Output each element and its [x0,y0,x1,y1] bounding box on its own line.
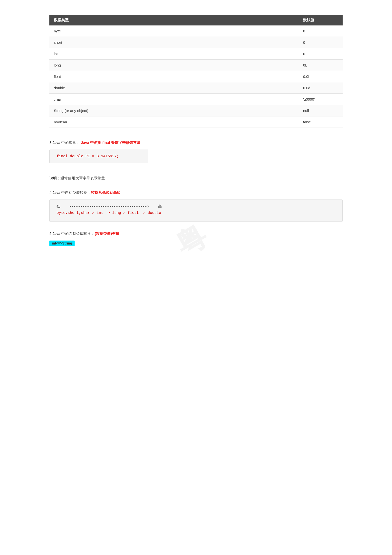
section-3-highlight: Java 中使用 [80,140,102,145]
section-3-note: 说明：通常使用大写字母表示常量 [49,176,343,181]
table-cell-type: float [49,71,299,82]
table-cell-type: boolean [49,116,299,128]
table-row: long0L [49,60,343,71]
table-cell-default: false [299,116,343,128]
table-row: String (or any object)null [49,105,343,116]
table-row: float0.0f [49,71,343,82]
section-3-title: 3.Java 中的常量： Java 中使用 final 关键字来修饰常量 [49,140,343,146]
section-3-keyword: final [102,140,110,145]
table-cell-type: char [49,94,299,105]
note-content: 通常使用大写字母表示常量 [61,176,105,180]
table-row: short0 [49,37,343,48]
table-cell-default: 0L [299,60,343,71]
table-cell-type: double [49,82,299,94]
section-3: 3.Java 中的常量： Java 中使用 final 关键字来修饰常量 fin… [49,140,343,167]
table-cell-default: 'u0000' [299,94,343,105]
table-row: double0.0d [49,82,343,94]
table-row: char'u0000' [49,94,343,105]
section-5: 5.Java 中的强制类型转换：(数据类型)变量 int<=>String [49,231,343,246]
data-types-table: 数据类型 默认值 byte0short0int0long0Lfloat0.0fd… [49,15,343,128]
type-chain: byte,short,char–> int –> long–> float –>… [57,211,161,215]
arrow-diagram: 低 -----------------------------------> 高… [49,200,343,222]
section-4-title: 4.Java 中自动类型转换：转换从低级到高级 [49,190,343,196]
high-label: 高 [158,205,162,209]
table-cell-default: 0 [299,37,343,48]
section-5-prefix: 5.Java 中的强制类型转换： [49,231,95,236]
table-header-default: 默认值 [299,15,343,25]
table-row: byte0 [49,25,343,37]
section-4-prefix: 4.Java 中自动类型转换： [49,190,91,195]
table-cell-default: 0.0d [299,82,343,94]
table-row: booleanfalse [49,116,343,128]
section-3-suffix: 关键字来修饰常量 [110,140,141,145]
table-cell-type: short [49,37,299,48]
note-prefix: 说明： [49,176,61,180]
table-cell-type: long [49,60,299,71]
code-block-section3: final double PI = 3.1415927; [49,150,148,163]
table-cell-type: byte [49,25,299,37]
code-text-section3: final double PI = 3.1415927; [57,154,119,158]
table-cell-default: 0.0f [299,71,343,82]
table-cell-default: 0 [299,25,343,37]
table-row: int0 [49,48,343,60]
low-label: 低 [57,205,60,209]
arrow-dashes: -----------------------------------> [69,205,149,209]
arrow-line-1: 低 -----------------------------------> 高 [57,204,335,209]
section-4: 4.Java 中自动类型转换：转换从低级到高级 低 --------------… [49,190,343,222]
section-5-title: 5.Java 中的强制类型转换：(数据类型)变量 [49,231,343,237]
table-cell-default: null [299,105,343,116]
table-cell-default: 0 [299,48,343,60]
section-5-highlight: (数据类型)变量 [95,231,119,236]
int-string-badge: int<=>String [49,241,75,246]
section-4-highlight: 转换从低级到高级 [91,190,121,195]
table-cell-type: int [49,48,299,60]
section-3-prefix: 3.Java 中的常量： [49,140,80,145]
table-header-type: 数据类型 [49,15,299,25]
table-cell-type: String (or any object) [49,105,299,116]
arrow-line-2: byte,short,char–> int –> long–> float –>… [57,211,335,215]
